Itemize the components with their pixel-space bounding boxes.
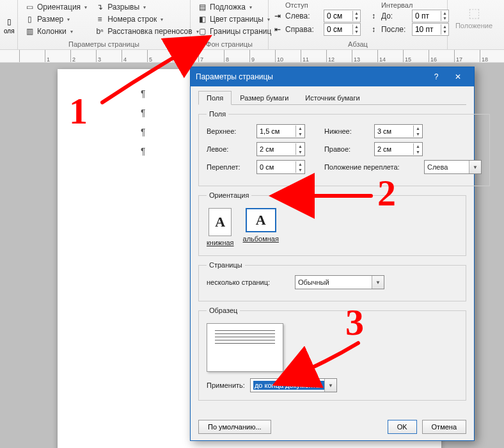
default-button[interactable]: По умолчанию... [198,420,271,434]
apply-to-select[interactable]: до конца документа▼ [250,378,337,392]
indent-right-input[interactable]: ▲▼ [324,23,361,36]
breaks-button[interactable]: ↴Разрывы [92,1,201,13]
fieldset-margins: Поля Верхнее: ▲▼ Нижнее: ▲▼ Левое: ▲▼ Пр… [198,110,490,186]
ribbon-group-paragraph: Отступ ⇥Слева:▲▼ ⇤Справа:▲▼ Интервал ↕До… [269,0,448,49]
tab-fields[interactable]: Поля [198,91,232,105]
dialog-titlebar[interactable]: Параметры страницы ? ✕ [191,67,474,86]
indent-title: Отступ [272,1,361,9]
left-margin-label: Левое: [207,145,251,153]
preview-legend: Образец [207,307,240,314]
fieldset-orientation: Ориентация A книжная A альбомная [198,191,466,256]
annotation-number-1: 1 [69,90,88,132]
ribbon-group-margins-stub: ▯оля [0,0,18,49]
landscape-label: альбомная [243,235,279,243]
top-margin-label: Верхнее: [207,127,251,135]
dialog-footer: По умолчанию... OK Отмена [191,413,474,440]
gutter-label: Переплет: [207,163,251,171]
watermark-icon: ▤ [197,2,207,12]
top-margin-input[interactable]: ▲▼ [256,124,305,138]
position-icon: ⬚ [465,4,483,22]
right-margin-input[interactable]: ▲▼ [374,142,423,156]
columns-icon: ▥ [24,26,35,36]
ribbon-group-page-setup: ▭Ориентация ▯Размер ▥Колонки ↴Разрывы ≡Н… [18,0,191,49]
ribbon-group-arrange: ⬚Положение [448,0,499,49]
indent-left-label: Слева: [285,12,321,20]
spacing-title: Интервал [368,1,449,9]
left-margin-input[interactable]: ▲▼ [256,142,305,156]
spacing-before-input[interactable]: ▲▼ [412,10,449,22]
fieldset-preview: Образец Применить: до конца документа▼ [198,307,466,401]
columns-button[interactable]: ▥Колонки [22,26,90,37]
spacing-after-label: После: [381,25,409,34]
bottom-margin-input[interactable]: ▲▼ [374,124,423,138]
indent-right-icon: ⇤ [272,24,283,35]
annotation-number-2: 2 [377,172,396,214]
gutter-position-select[interactable]: Слева▼ [424,160,482,174]
indent-left-icon: ⇥ [272,11,283,21]
breaks-icon: ↴ [95,2,105,12]
portrait-label: книжная [207,239,234,246]
orientation-icon: ▭ [24,2,35,12]
borders-icon: ▢ [197,26,207,36]
position-button[interactable]: ⬚Положение [452,1,496,32]
line-numbers-button[interactable]: ≡Номера строк [92,13,201,25]
spacing-after-icon: ↕ [368,24,379,35]
tab-paper-source[interactable]: Источник бумаги [297,91,368,105]
ok-button[interactable]: OK [388,420,417,434]
size-button[interactable]: ▯Размер [22,13,90,25]
indent-left-input[interactable]: ▲▼ [324,10,361,22]
multi-pages-select[interactable]: Обычный▼ [295,275,384,289]
page-setup-dialog: Параметры страницы ? ✕ Поля Размер бумаг… [190,67,475,441]
bottom-margin-label: Нижнее: [324,127,369,135]
page-borders-button[interactable]: ▢Границы страниц [194,26,274,37]
spacing-before-label: До: [381,12,409,20]
group-label-paragraph: Абзац [272,39,443,49]
lines-icon: ≡ [95,14,105,24]
size-icon: ▯ [24,14,35,24]
apply-to-label: Применить: [207,381,245,389]
fieldset-pages: Страницы несколько страниц: Обычный▼ [198,261,466,301]
margins-legend: Поля [207,110,228,118]
indent-right-label: Справа: [285,25,321,34]
ribbon-group-page-background: ▤Подложка ◧Цвет страницы ▢Границы страни… [191,0,269,49]
annotation-number-3: 3 [345,301,364,344]
help-button[interactable]: ? [425,68,447,85]
spacing-after-input[interactable]: ▲▼ [412,23,449,36]
group-label-page-bg: Фон страницы [194,39,264,49]
hyphenation-button[interactable]: bⁿРасстановка переносов [92,26,201,37]
margins-icon[interactable]: ▯ [4,17,14,27]
hyphen-icon: bⁿ [95,26,105,36]
gutter-input[interactable]: ▲▼ [256,160,305,174]
tab-paper-size[interactable]: Размер бумаги [232,91,297,105]
orientation-legend: Ориентация [207,191,251,199]
multi-pages-label: несколько страниц: [207,278,290,286]
right-margin-label: Правое: [324,145,369,153]
cancel-button[interactable]: Отмена [422,420,466,434]
orientation-portrait[interactable]: A книжная [207,208,234,246]
dialog-title: Параметры страницы [196,72,425,81]
orientation-landscape[interactable]: A альбомная [243,208,279,246]
dialog-tabs: Поля Размер бумаги Источник бумаги [198,90,466,105]
watermark-button[interactable]: ▤Подложка [194,1,274,13]
ribbon: ▯оля ▭Ориентация ▯Размер ▥Колонки ↴Разры… [0,0,504,50]
page-color-button[interactable]: ◧Цвет страницы [194,13,274,25]
group-label-page-setup: Параметры страницы [22,39,186,49]
close-button[interactable]: ✕ [447,68,469,85]
color-icon: ◧ [197,14,207,24]
orientation-button[interactable]: ▭Ориентация [22,1,90,13]
preview-image [207,323,283,372]
spacing-before-icon: ↕ [368,11,379,21]
gutter-position-label: Положение переплета: [324,163,419,171]
ruler[interactable]: 123456789101112131415161718 [0,50,504,63]
pages-legend: Страницы [207,261,245,269]
